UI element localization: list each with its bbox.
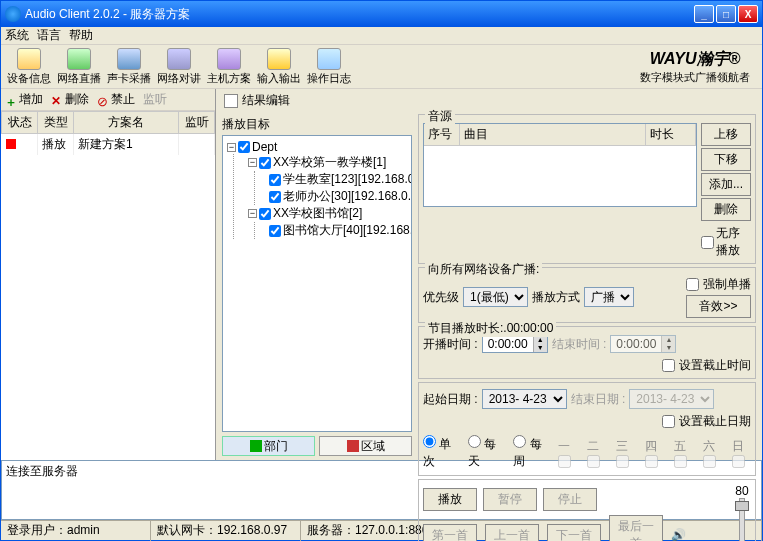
priority-select[interactable]: 1(最低) xyxy=(463,287,528,307)
col-monitor[interactable]: 监听 xyxy=(179,112,215,134)
end-time-input[interactable]: ▲▼ xyxy=(610,335,676,353)
tree-checkbox[interactable] xyxy=(259,208,271,220)
tool-net-talk[interactable]: 网络对讲 xyxy=(155,47,203,87)
force-unicast-label[interactable]: 强制单播 xyxy=(686,276,751,293)
menu-help[interactable]: 帮助 xyxy=(69,27,93,44)
menu-system[interactable]: 系统 xyxy=(5,27,29,44)
set-end-time-label[interactable]: 设置截止时间 xyxy=(662,357,751,374)
tree-toggle[interactable]: − xyxy=(248,209,257,218)
move-up-button[interactable]: 上移 xyxy=(701,123,751,146)
first-track-button[interactable]: 第一首 xyxy=(423,524,477,542)
tree-checkbox[interactable] xyxy=(238,141,250,153)
pause-button[interactable]: 暂停 xyxy=(483,488,537,511)
prev-track-button[interactable]: 上一首 xyxy=(485,524,539,542)
wk-wed[interactable]: 三 xyxy=(616,438,635,471)
end-date-picker[interactable]: 2013- 4-23 xyxy=(629,389,714,409)
zone-icon xyxy=(347,440,359,452)
priority-label: 优先级 xyxy=(423,289,459,306)
col-type[interactable]: 类型 xyxy=(38,112,74,134)
delete-source-button[interactable]: 删除 xyxy=(701,198,751,221)
wk-sun[interactable]: 日 xyxy=(732,438,751,471)
targets-tree[interactable]: −Dept −XX学校第一教学楼[1] 学生教室[123][192.168.0.… xyxy=(222,135,412,432)
shuffle-checkbox-label[interactable]: 无序播放 xyxy=(701,223,751,259)
next-track-button[interactable]: 下一首 xyxy=(547,524,601,542)
speaker-icon[interactable]: 🔊 xyxy=(671,528,685,541)
source-list[interactable]: 序号 曲目 时长 xyxy=(423,123,697,207)
wk-mon[interactable]: 一 xyxy=(558,438,577,471)
status-nic: 默认网卡：192.168.0.97 xyxy=(151,520,301,541)
start-date-picker[interactable]: 2013- 4-23 xyxy=(482,389,567,409)
add-source-button[interactable]: 添加... xyxy=(701,173,751,196)
freq-weekly[interactable]: 每周 xyxy=(513,435,546,470)
tool-io[interactable]: 输入输出 xyxy=(255,47,303,87)
soundcard-icon xyxy=(117,48,141,70)
last-track-button[interactable]: 最后一首 xyxy=(609,515,663,541)
tab-zone[interactable]: 区域 xyxy=(319,436,412,456)
move-down-button[interactable]: 下移 xyxy=(701,148,751,171)
host-icon xyxy=(217,48,241,70)
window-title: Audio Client 2.0.2 - 服务器方案 xyxy=(25,6,694,23)
tree-checkbox[interactable] xyxy=(269,225,281,237)
play-mode-select[interactable]: 广播 xyxy=(584,287,634,307)
tool-net-live[interactable]: 网络直播 xyxy=(55,47,103,87)
tab-department[interactable]: 部门 xyxy=(222,436,315,456)
src-col-seq[interactable]: 序号 xyxy=(424,124,460,145)
menu-language[interactable]: 语言 xyxy=(37,27,61,44)
status-user: 登录用户：admin xyxy=(1,520,151,541)
col-state[interactable]: 状态 xyxy=(2,112,38,134)
audio-fx-button[interactable]: 音效>> xyxy=(686,295,751,318)
minimize-button[interactable]: _ xyxy=(694,5,714,23)
spin-up-icon[interactable]: ▲ xyxy=(533,336,547,344)
maximize-button[interactable]: □ xyxy=(716,5,736,23)
freq-once[interactable]: 单次 xyxy=(423,435,456,470)
broadcast-title: 向所有网络设备广播: xyxy=(425,261,542,278)
wk-sat[interactable]: 六 xyxy=(703,438,722,471)
src-col-dur[interactable]: 时长 xyxy=(646,124,696,145)
start-time-input[interactable]: ▲▼ xyxy=(482,335,548,353)
freq-daily[interactable]: 每天 xyxy=(468,435,501,470)
tool-sound-capture[interactable]: 声卡采播 xyxy=(105,47,153,87)
tree-toggle[interactable]: − xyxy=(248,158,257,167)
monitor-button[interactable]: 监听 xyxy=(143,91,167,108)
play-button[interactable]: 播放 xyxy=(423,488,477,511)
log-icon xyxy=(317,48,341,70)
brand-logo: WAYU瀚宇® xyxy=(640,49,750,70)
wk-thu[interactable]: 四 xyxy=(645,438,664,471)
brand: WAYU瀚宇® 数字模块式广播领航者 xyxy=(640,49,758,85)
device-icon xyxy=(17,48,41,70)
delete-plan-button[interactable]: ✕删除 xyxy=(51,91,89,108)
col-name[interactable]: 方案名 xyxy=(74,112,179,134)
wk-fri[interactable]: 五 xyxy=(674,438,693,471)
volume-slider[interactable] xyxy=(739,498,745,541)
volume-value: 80 xyxy=(735,484,748,498)
tree-checkbox[interactable] xyxy=(259,157,271,169)
slider-thumb[interactable] xyxy=(735,501,749,511)
force-unicast-checkbox[interactable] xyxy=(686,278,699,291)
targets-label: 播放目标 xyxy=(222,114,412,135)
ban-plan-button[interactable]: ⊘禁止 xyxy=(97,91,135,108)
stop-button[interactable]: 停止 xyxy=(543,488,597,511)
shuffle-checkbox[interactable] xyxy=(701,236,714,249)
set-end-time-checkbox[interactable] xyxy=(662,359,675,372)
spin-down-icon[interactable]: ▼ xyxy=(533,344,547,352)
intercom-icon xyxy=(167,48,191,70)
tool-device-info[interactable]: 设备信息 xyxy=(5,47,53,87)
app-icon xyxy=(5,6,21,22)
close-button[interactable]: X xyxy=(738,5,758,23)
tool-log[interactable]: 操作日志 xyxy=(305,47,353,87)
wk-tue[interactable]: 二 xyxy=(587,438,606,471)
tree-checkbox[interactable] xyxy=(269,174,281,186)
main-toolbar: 设备信息 网络直播 声卡采播 网络对讲 主机方案 输入输出 操作日志 WAYU瀚… xyxy=(1,45,762,89)
src-col-track[interactable]: 曲目 xyxy=(460,124,646,145)
tree-toggle[interactable]: − xyxy=(227,143,236,152)
plus-icon: ＋ xyxy=(5,94,17,106)
plan-table: 状态 类型 方案名 监听 播放 新建方案1 xyxy=(1,111,215,155)
tree-checkbox[interactable] xyxy=(269,191,281,203)
tool-host-plan[interactable]: 主机方案 xyxy=(205,47,253,87)
set-end-date-checkbox[interactable] xyxy=(662,415,675,428)
add-plan-button[interactable]: ＋增加 xyxy=(5,91,43,108)
set-end-date-label[interactable]: 设置截止日期 xyxy=(662,413,751,430)
menubar: 系统 语言 帮助 xyxy=(1,27,762,45)
result-edit-header: 结果编辑 xyxy=(242,92,290,109)
table-row[interactable]: 播放 新建方案1 xyxy=(2,134,215,156)
